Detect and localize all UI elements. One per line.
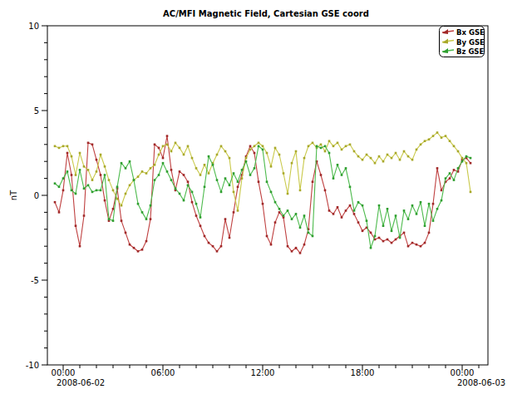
series-marker-bx <box>258 180 260 183</box>
series-marker-bz <box>179 193 181 195</box>
series-marker-bx <box>125 232 127 234</box>
series-marker-bz <box>411 204 414 207</box>
series-marker-bx <box>349 204 352 207</box>
series-marker-bz <box>154 179 156 181</box>
series-marker-bx <box>295 247 298 249</box>
series-marker-by <box>287 193 289 195</box>
series-marker-by <box>162 145 165 148</box>
series-marker-bx <box>382 240 385 243</box>
series-marker-bx <box>449 177 451 180</box>
series-marker-bx <box>395 239 397 241</box>
series-marker-by <box>100 154 102 156</box>
series-marker-bx <box>170 169 173 171</box>
series-marker-bx <box>195 214 198 217</box>
series-marker-bz <box>449 172 451 175</box>
series-marker-bx <box>79 245 81 248</box>
series-marker-bz <box>345 167 347 170</box>
series-marker-bx <box>100 174 102 176</box>
series-marker-by <box>449 140 451 142</box>
series-marker-bz <box>121 162 123 165</box>
series-marker-by <box>129 185 131 187</box>
series-marker-bx <box>262 203 264 205</box>
series-marker-bx <box>216 250 219 253</box>
legend-label-bz: Bz GSE <box>456 47 484 56</box>
series-marker-bx <box>104 200 106 202</box>
series-marker-bz <box>283 214 285 217</box>
series-marker-bx <box>278 211 281 214</box>
series-marker-bz <box>195 203 198 205</box>
series-marker-by <box>258 142 260 145</box>
series-marker-bz <box>436 208 439 210</box>
y-axis-label: nT <box>9 190 18 200</box>
series-marker-bx <box>416 244 418 246</box>
series-line-bx <box>55 136 470 254</box>
series-marker-by <box>378 155 381 158</box>
series-marker-by <box>299 190 302 192</box>
chart-canvas: AC/MFI Magnetic Field, Cartesian GSE coo… <box>0 0 532 399</box>
series-marker-by <box>204 164 206 166</box>
series-marker-by <box>241 177 244 180</box>
legend: Bx GSE By GSE Bz GSE <box>440 27 485 57</box>
series-marker-bz <box>150 204 152 207</box>
series-marker-by <box>96 170 98 173</box>
series-marker-by <box>62 145 65 148</box>
series-marker-bz <box>341 174 343 176</box>
series-marker-bz <box>91 191 94 194</box>
series-marker-by <box>395 152 397 155</box>
series-marker-bz <box>470 157 472 160</box>
series-marker-by <box>399 159 401 161</box>
series-marker-bx <box>254 152 256 155</box>
series-marker-bz <box>378 204 381 207</box>
series-marker-bx <box>328 209 331 212</box>
series-marker-by <box>229 157 231 160</box>
series-marker-bz <box>357 201 360 204</box>
series-marker-bz <box>66 170 69 173</box>
series-marker-bz <box>258 145 260 148</box>
series-marker-by <box>179 147 181 150</box>
series-marker-bx <box>424 242 426 244</box>
series-marker-bx <box>411 242 414 244</box>
series-marker-bz <box>200 216 202 219</box>
series-marker-by <box>79 152 81 155</box>
series-marker-bx <box>191 201 194 204</box>
series-marker-by <box>237 209 239 212</box>
series-marker-bz <box>461 160 464 163</box>
series-marker-by <box>112 190 115 192</box>
series-marker-bz <box>249 174 252 176</box>
series-marker-by <box>441 136 443 139</box>
series-marker-bz <box>191 191 194 194</box>
series-marker-bz <box>220 191 223 194</box>
series-marker-bz <box>432 219 435 222</box>
series-marker-bz <box>362 204 364 207</box>
series-marker-by <box>66 145 69 148</box>
series-marker-bz <box>303 214 306 217</box>
series-marker-bz <box>424 224 426 227</box>
plot-frame <box>47 26 488 365</box>
series-marker-by <box>166 144 169 146</box>
series-marker-by <box>328 140 331 142</box>
series-marker-bx <box>87 142 90 145</box>
series-marker-bz <box>270 191 273 194</box>
series-marker-by <box>208 172 210 175</box>
series-marker-bx <box>145 240 148 243</box>
x-tick-label-0000a: 00:00 <box>52 368 76 377</box>
series-marker-by <box>137 175 140 178</box>
series-marker-bz <box>387 208 389 210</box>
series-marker-bx <box>291 250 293 253</box>
series-marker-bx <box>270 244 273 246</box>
series-marker-by <box>453 145 456 148</box>
series-marker-bx <box>54 201 57 204</box>
series-marker-bz <box>420 201 422 204</box>
series-marker-bx <box>162 157 165 160</box>
series-marker-bx <box>266 235 268 238</box>
series-marker-bz <box>245 160 248 163</box>
series-marker-bx <box>432 203 435 205</box>
series-marker-bx <box>71 174 73 176</box>
series-marker-by <box>470 191 472 194</box>
series-marker-by <box>382 160 385 163</box>
series-marker-by <box>150 167 152 170</box>
series-marker-bx <box>453 169 456 171</box>
series-marker-bz <box>58 186 61 189</box>
series-marker-bz <box>204 186 206 189</box>
series-marker-bz <box>291 218 293 220</box>
